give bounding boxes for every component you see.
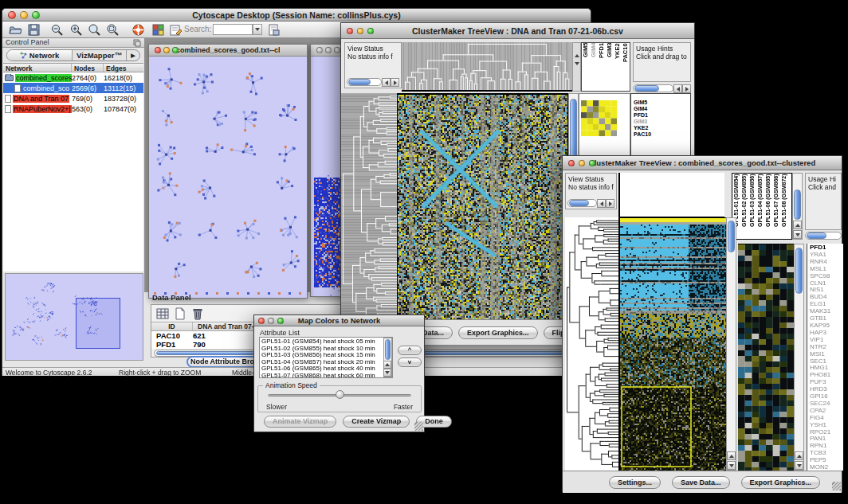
tv1-status-hscrollbar[interactable] bbox=[347, 77, 399, 87]
tv2-column-label[interactable]: GPL51-03 (GSM856) bbox=[748, 174, 756, 239]
zoom-button[interactable] bbox=[32, 11, 40, 19]
minimize-button[interactable] bbox=[357, 28, 363, 34]
scroll-up-arrow[interactable] bbox=[795, 451, 803, 460]
tv2-button[interactable]: Save Data... bbox=[672, 476, 730, 489]
col-nodes[interactable]: Nodes bbox=[72, 64, 104, 72]
create-vizmap-button[interactable]: Create Vizmap bbox=[343, 416, 410, 428]
scroll-right-arrow[interactable] bbox=[682, 84, 691, 93]
attribute-table-icon[interactable] bbox=[156, 307, 169, 320]
network-row[interactable]: combined_sco 2569(6) 13112(15) bbox=[3, 83, 143, 93]
tv1-column-label[interactable]: PAC10 bbox=[622, 43, 630, 91]
scroll-up-arrow[interactable] bbox=[727, 451, 736, 460]
save-icon[interactable] bbox=[27, 23, 41, 37]
scroll-left-arrow[interactable] bbox=[382, 78, 391, 87]
tv1-gene-label[interactable]: GIM4 bbox=[634, 106, 690, 112]
tv2-row-dendrogram[interactable] bbox=[565, 217, 618, 471]
network-row[interactable]: DNA and Tran 07 769(0) 183728(0) bbox=[3, 93, 143, 104]
scroll-left-arrow[interactable] bbox=[673, 84, 682, 93]
tab-network[interactable]: Network bbox=[7, 50, 73, 61]
tv1-gene-label[interactable]: YKE2 bbox=[634, 125, 690, 131]
animation-slider-thumb[interactable] bbox=[336, 390, 344, 399]
zoom-button[interactable] bbox=[172, 47, 179, 53]
tab-overflow-arrow[interactable]: ▶ bbox=[127, 50, 139, 61]
tv1-column-label[interactable]: GIM3 bbox=[606, 43, 614, 91]
tv1-column-label[interactable]: YKE2 bbox=[614, 43, 622, 91]
tv1-column-dendrogram[interactable] bbox=[402, 42, 572, 92]
tv2-button[interactable]: Settings... bbox=[609, 476, 661, 489]
tv1-hints-hscrollbar[interactable] bbox=[633, 84, 691, 93]
tv2-vscrollbar[interactable] bbox=[726, 217, 736, 471]
tv1-button[interactable]: Export Graphics... bbox=[458, 326, 538, 339]
tv2-column-label[interactable]: GPL51-08 (GSM872) bbox=[780, 174, 788, 239]
network-view-1-titlebar[interactable]: combined_scores_good.txt--cluste... bbox=[149, 45, 307, 57]
tv1-zoom-matrix[interactable] bbox=[581, 100, 617, 136]
tv1-heatmap[interactable] bbox=[397, 93, 568, 321]
tv2-button[interactable]: Export Graphics... bbox=[741, 476, 821, 489]
data-col-id[interactable]: ID bbox=[151, 322, 193, 330]
tv2-column-label[interactable]: GPL51-07 (GSM868) bbox=[772, 174, 780, 239]
annotation-icon[interactable] bbox=[169, 23, 183, 37]
zoom-fit-icon[interactable] bbox=[106, 23, 120, 37]
network-row[interactable]: RNAPuberNov2+| 563(0) 107847(0) bbox=[3, 104, 143, 114]
resize-grip[interactable] bbox=[832, 482, 841, 490]
tv2-labels-scroll-thumb[interactable] bbox=[794, 189, 801, 220]
treeview1-titlebar[interactable]: ClusterMaker TreeView : DNA and Tran 07-… bbox=[341, 23, 694, 39]
scroll-down-arrow[interactable] bbox=[383, 369, 391, 377]
animate-vizmap-button[interactable]: Animate Vizmap bbox=[264, 416, 336, 428]
tv2-heatmap[interactable] bbox=[618, 217, 726, 472]
tv2-status-hscrollbar[interactable] bbox=[567, 198, 614, 208]
tv2-column-label[interactable]: GPL51-06 (GSM865) bbox=[764, 174, 772, 239]
help-lifering-icon[interactable] bbox=[132, 23, 145, 37]
open-file-icon[interactable] bbox=[9, 23, 22, 37]
report-icon[interactable] bbox=[267, 23, 281, 37]
dialog-titlebar[interactable]: Map Colors to Network bbox=[254, 315, 424, 326]
tv1-gene-label[interactable]: GIM5 bbox=[634, 100, 690, 106]
tv1-column-label[interactable]: GIM5 bbox=[582, 43, 590, 91]
treeview2-titlebar[interactable]: ClusterMaker TreeView : combined_scores_… bbox=[563, 156, 842, 170]
move-down-button[interactable]: v bbox=[398, 357, 422, 367]
scroll-left-arrow[interactable] bbox=[597, 199, 606, 208]
float-panel-icon[interactable] bbox=[133, 39, 141, 47]
col-network[interactable]: Network bbox=[3, 64, 72, 72]
tv2-column-label[interactable]: GPL51-02 (GSM855) bbox=[740, 174, 748, 239]
birds-eye-viewport-rect[interactable] bbox=[76, 298, 120, 349]
search-input[interactable] bbox=[213, 24, 253, 35]
close-button[interactable] bbox=[258, 318, 265, 324]
new-attribute-icon[interactable] bbox=[174, 307, 186, 320]
tv2-vscroll-thumb[interactable] bbox=[728, 221, 735, 252]
search-dropdown-button[interactable] bbox=[253, 24, 262, 35]
minimize-button[interactable] bbox=[268, 318, 274, 324]
minimize-button[interactable] bbox=[325, 47, 332, 53]
attribute-list-vscrollbar[interactable] bbox=[383, 338, 392, 377]
tv1-column-label[interactable]: GIM4 bbox=[590, 43, 598, 91]
tv1-row-dendrogram[interactable] bbox=[341, 93, 397, 319]
col-edges[interactable]: Edges bbox=[104, 64, 142, 72]
zoom-selected-icon[interactable] bbox=[88, 23, 101, 37]
birds-eye-canvas[interactable] bbox=[6, 274, 143, 360]
scroll-down-arrow[interactable] bbox=[793, 230, 802, 239]
tv2-labels-vscrollbar[interactable] bbox=[792, 173, 803, 240]
tab-vizmapper[interactable]: VizMapper™ bbox=[73, 50, 127, 61]
tv2-gene-label[interactable]: MON2 bbox=[810, 464, 843, 471]
birds-eye-view[interactable] bbox=[5, 273, 143, 361]
network-row[interactable]: combined_scores 2764(0) 16218(0) bbox=[3, 72, 143, 83]
close-button[interactable] bbox=[316, 47, 323, 53]
minimize-button[interactable] bbox=[163, 47, 170, 53]
attribute-list-item[interactable]: GPL51-07 (GSM868) heat shock 60 min bbox=[261, 373, 392, 378]
tv1-gene-label[interactable]: GIM3 bbox=[634, 119, 690, 125]
scroll-right-arrow[interactable] bbox=[606, 199, 614, 208]
tv2-zoom-heatmap[interactable] bbox=[738, 244, 794, 471]
tv2-hints-hscrollbar[interactable] bbox=[805, 231, 842, 240]
zoom-in-icon[interactable] bbox=[69, 23, 83, 37]
tv1-gene-label[interactable]: PFD1 bbox=[634, 112, 690, 119]
close-button[interactable] bbox=[568, 160, 575, 166]
tv2-column-label[interactable]: GPL51-04 (GSM857) bbox=[756, 174, 764, 239]
scroll-up-arrow[interactable] bbox=[383, 361, 391, 369]
tv1-gene-label[interactable]: PAC10 bbox=[634, 131, 690, 138]
vizmapper-icon[interactable] bbox=[151, 23, 165, 37]
zoom-out-icon[interactable] bbox=[50, 23, 64, 37]
attr-scroll-thumb[interactable] bbox=[385, 339, 391, 360]
close-button[interactable] bbox=[347, 28, 353, 34]
close-button[interactable] bbox=[8, 11, 16, 19]
zoom-button[interactable] bbox=[334, 47, 340, 53]
